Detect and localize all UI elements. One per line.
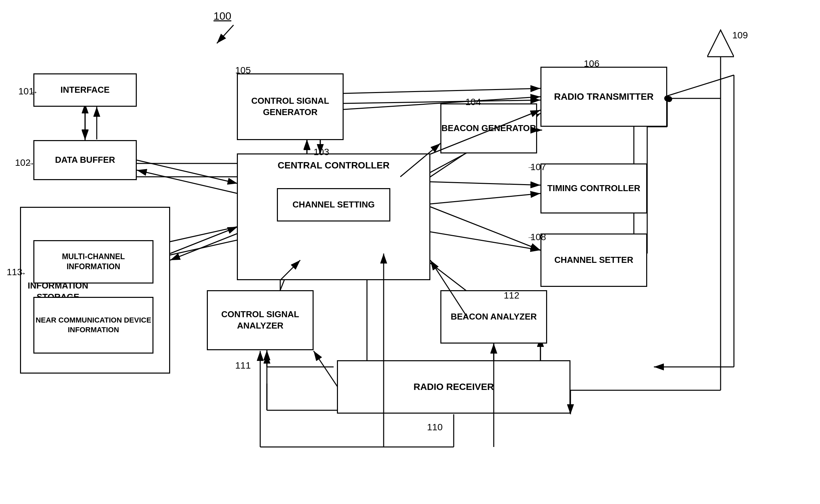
svg-line-39 [170,227,238,254]
data-buffer-box: DATA BUFFER [33,140,137,180]
svg-line-48 [430,182,540,185]
svg-marker-32 [707,30,734,57]
ref-102-arrow: → [27,159,35,168]
channel-setting-label: CHANNEL SETTING [293,199,375,210]
channel-setter-label: CHANNEL SETTER [554,255,633,266]
diagram-container: 100 INTERFACE 101 → DATA BUFFER 102 → IN… [0,0,820,504]
ref-104: 104 [465,97,481,107]
interface-label: INTERFACE [60,84,109,96]
channel-setter-box: CHANNEL SETTER [540,233,647,287]
timing-controller-box: TIMING CONTROLLER [540,163,647,213]
timing-controller-label: TIMING CONTROLLER [547,183,641,194]
channel-setting-box: CHANNEL SETTING [277,188,390,221]
control-signal-generator-label: CONTROL SIGNAL GENERATOR [238,95,343,118]
svg-line-37 [137,160,238,183]
beacon-generator-label: BEACON GENERATOR [441,123,536,134]
ref-107-arrow: → [527,163,534,171]
ref-109: 109 [732,30,748,41]
ref-108-arrow: → [527,233,534,241]
ref-113-arrow: → [18,269,26,278]
svg-line-43 [344,88,540,93]
ref-110: 110 [427,422,443,433]
svg-line-44 [344,100,540,103]
beacon-analyzer-box: BEACON ANALYZER [440,290,547,344]
radio-receiver-label: RADIO RECEIVER [413,381,494,393]
svg-line-67 [314,351,338,387]
central-controller-box: CENTRAL CONTROLLER CHANNEL SETTING [237,153,430,280]
beacon-generator-box: BEACON GENERATOR [440,103,537,153]
ref-106: 106 [584,58,599,69]
control-signal-analyzer-label: CONTROL SIGNAL ANALYZER [208,309,313,332]
near-comm-device-info-box: NEAR COMMUNICATION DEVICE INFORMATION [33,297,153,354]
beacon-analyzer-label: BEACON ANALYZER [451,311,537,323]
svg-line-34 [217,25,234,43]
svg-line-49 [430,207,540,250]
multi-channel-info-label: MULTI-CHANNEL INFORMATION [34,252,152,272]
control-signal-analyzer-box: CONTROL SIGNAL ANALYZER [207,290,314,350]
svg-line-40 [170,233,238,260]
radio-receiver-box: RADIO RECEIVER [337,360,570,414]
ref-101-arrow: → [30,87,38,97]
radio-transmitter-label: RADIO TRANSMITTER [554,91,654,103]
connection-dot [666,96,672,102]
multi-channel-info-box: MULTI-CHANNEL INFORMATION [33,240,153,284]
ref-105: 105 [235,65,251,76]
near-comm-device-info-label: NEAR COMMUNICATION DEVICE INFORMATION [34,316,152,335]
ref-112: 112 [504,290,519,301]
control-signal-generator-box: CONTROL SIGNAL GENERATOR [237,73,344,140]
antenna-symbol [707,27,734,61]
data-buffer-label: DATA BUFFER [55,154,115,166]
ref-103: 103 [314,147,329,157]
radio-transmitter-box: RADIO TRANSMITTER [540,67,667,127]
ref-100: 100 [214,10,231,22]
central-controller-label: CENTRAL CONTROLLER [278,159,389,171]
antenna-svg [707,27,734,60]
ref-111: 111 [235,360,251,371]
svg-line-38 [137,170,238,193]
interface-box: INTERFACE [33,73,137,107]
